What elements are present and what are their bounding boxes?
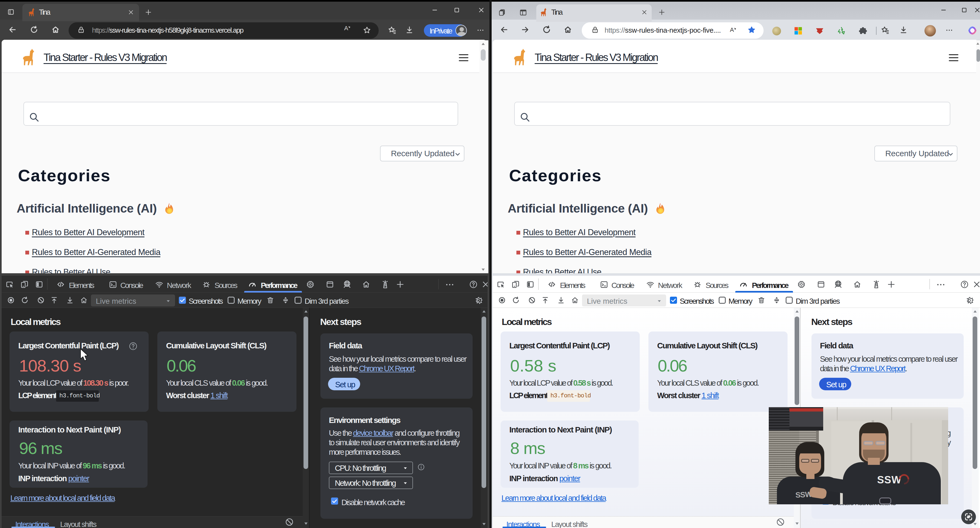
svg-text:A: A: [344, 25, 348, 32]
svg-text:A: A: [730, 26, 734, 33]
